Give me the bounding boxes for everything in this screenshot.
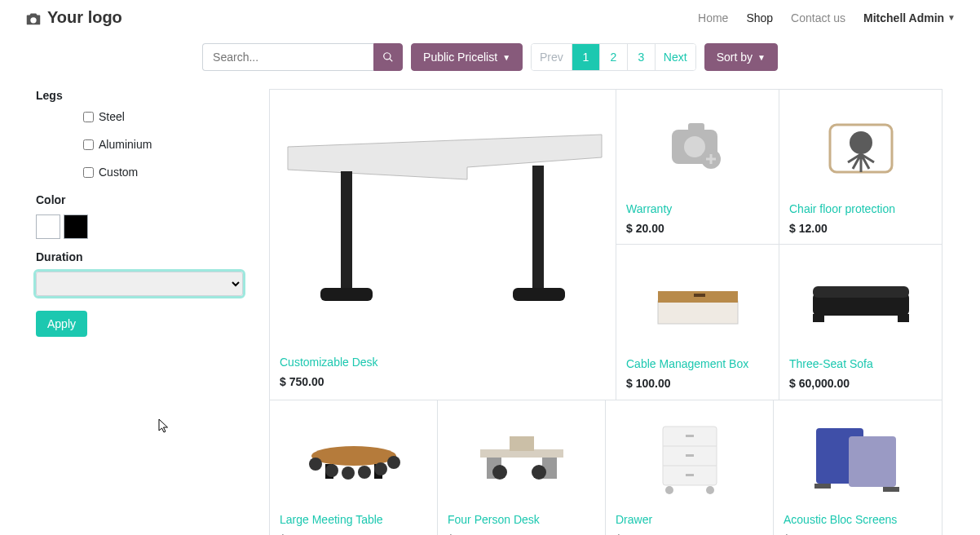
svg-rect-44 (883, 487, 899, 492)
product-name[interactable]: Three-Seat Sofa (789, 357, 932, 370)
svg-point-40 (706, 486, 714, 494)
duration-select[interactable] (36, 272, 243, 296)
svg-point-26 (387, 456, 400, 469)
product-card[interactable]: Cable Management Box $ 100.00 (616, 245, 779, 400)
page-2[interactable]: 2 (600, 44, 628, 70)
checkbox-label: Custom (99, 166, 138, 179)
svg-point-22 (325, 464, 338, 477)
checkbox-custom[interactable] (83, 167, 94, 178)
product-name[interactable]: Customizable Desk (280, 356, 606, 369)
product-image (280, 409, 427, 508)
product-price: $ 60,000.00 (789, 377, 932, 390)
product-card-featured[interactable]: Customizable Desk $ 750.00 (270, 90, 616, 400)
svg-rect-16 (813, 314, 824, 322)
nav-contact[interactable]: Contact us (791, 11, 845, 24)
product-name[interactable]: Large Meeting Table (280, 513, 427, 526)
search-icon (382, 51, 394, 63)
svg-point-32 (532, 465, 546, 480)
product-card[interactable]: Warranty $ 20.00 (616, 90, 779, 245)
page-prev[interactable]: Prev (532, 44, 572, 70)
product-name[interactable]: Warranty (626, 202, 769, 215)
product-card[interactable]: Four Person Desk $ 23,500.00 (438, 400, 606, 535)
product-price: $ 750.00 (280, 375, 606, 388)
product-image (789, 253, 932, 352)
camera-icon (24, 10, 41, 26)
facet-legs-aluminium[interactable]: Aluminium (83, 138, 269, 151)
product-card[interactable]: Three-Seat Sofa $ 60,000.00 (779, 245, 942, 400)
facet-legs-title: Legs (36, 89, 269, 102)
svg-point-25 (374, 462, 387, 475)
facet-legs-custom[interactable]: Custom (83, 166, 269, 179)
product-grid: Customizable Desk $ 750.00 W (269, 89, 942, 535)
svg-marker-0 (288, 135, 602, 179)
sort-dropdown[interactable]: Sort by ▼ (704, 43, 778, 71)
product-image (448, 409, 595, 508)
pricelist-dropdown[interactable]: Public Pricelist ▼ (411, 43, 523, 71)
product-name[interactable]: Four Person Desk (448, 513, 595, 526)
shop-toolbar: Public Pricelist ▼ Prev 1 2 3 Next Sort … (0, 37, 980, 74)
product-name[interactable]: Acoustic Bloc Screens (784, 513, 932, 526)
color-swatch-black[interactable] (64, 214, 88, 239)
color-swatch-white[interactable] (36, 214, 60, 239)
user-name: Mitchell Admin (863, 11, 944, 24)
svg-rect-37 (686, 454, 694, 457)
product-name[interactable]: Chair floor protection (789, 202, 932, 215)
product-card[interactable]: Chair floor protection $ 12.00 (779, 90, 942, 245)
product-name[interactable]: Cable Management Box (626, 357, 769, 370)
nav-home[interactable]: Home (698, 11, 728, 24)
pricelist-label: Public Pricelist (423, 51, 497, 64)
svg-rect-4 (513, 288, 565, 301)
facet-legs-steel[interactable]: Steel (83, 110, 269, 123)
svg-point-24 (358, 466, 371, 479)
search-input[interactable] (202, 43, 373, 71)
svg-rect-6 (688, 123, 704, 131)
product-price: $ 12.00 (789, 222, 932, 235)
svg-rect-36 (686, 435, 694, 437)
svg-rect-3 (320, 288, 373, 301)
svg-point-39 (665, 486, 673, 494)
checkbox-label: Steel (99, 110, 125, 123)
svg-rect-15 (813, 286, 909, 298)
svg-rect-9 (658, 301, 738, 324)
product-price: $ 20.00 (626, 222, 769, 235)
caret-down-icon: ▼ (502, 53, 510, 62)
product-image (789, 98, 932, 197)
svg-rect-17 (898, 314, 909, 322)
checkbox-aluminium[interactable] (83, 139, 94, 150)
svg-rect-28 (510, 436, 534, 451)
product-card[interactable]: Large Meeting Table $ 40,000.00 (270, 400, 438, 535)
svg-rect-43 (814, 484, 831, 489)
apply-button[interactable]: Apply (36, 311, 87, 337)
product-price: $ 100.00 (626, 377, 769, 390)
page-next[interactable]: Next (656, 44, 695, 70)
svg-rect-1 (341, 171, 352, 290)
product-name[interactable]: Drawer (616, 513, 763, 526)
svg-point-21 (309, 458, 322, 471)
product-image (280, 98, 606, 351)
svg-point-13 (850, 131, 872, 154)
caret-down-icon: ▼ (947, 13, 956, 22)
search-group (202, 43, 403, 71)
nav-shop[interactable]: Shop (746, 11, 773, 24)
svg-rect-38 (686, 474, 694, 476)
facet-duration-title: Duration (36, 250, 269, 263)
page-3[interactable]: 3 (628, 44, 656, 70)
product-card[interactable]: Acoustic Bloc Screens $ 2,950.00 (774, 400, 942, 535)
pagination: Prev 1 2 3 Next (531, 43, 696, 71)
product-image (616, 409, 763, 508)
search-button[interactable] (373, 43, 403, 71)
sort-label: Sort by (717, 51, 753, 64)
svg-point-23 (342, 466, 355, 480)
checkbox-steel[interactable] (83, 112, 94, 122)
svg-point-18 (311, 446, 396, 466)
navbar: Your logo Home Shop Contact us Mitchell … (0, 0, 980, 37)
svg-point-31 (492, 465, 507, 480)
page-1[interactable]: 1 (572, 44, 600, 70)
user-menu[interactable]: Mitchell Admin ▼ (863, 11, 956, 24)
facet-color-title: Color (36, 193, 269, 206)
filter-sidebar: Legs Steel Aluminium Custom Color Durati… (36, 89, 269, 535)
product-image (626, 253, 769, 352)
caret-down-icon: ▼ (757, 53, 766, 62)
svg-rect-2 (532, 166, 544, 290)
product-card[interactable]: Drawer $ 2,645.00 (606, 400, 774, 535)
